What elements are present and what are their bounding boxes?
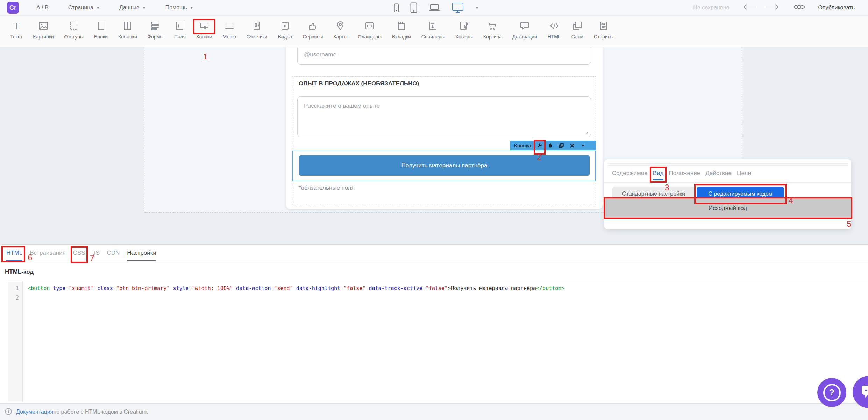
toolbar-item-hovers[interactable]: Ховеры	[450, 15, 478, 40]
toolbar-item-columns[interactable]: Колонки	[113, 15, 142, 40]
history-controls	[742, 4, 780, 12]
toolbar-item-fields[interactable]: Поля	[169, 15, 191, 40]
menu-ab-test[interactable]: А / В	[36, 5, 49, 11]
preview-eye-icon[interactable]	[793, 3, 805, 13]
tab-position[interactable]: Положение	[669, 170, 700, 179]
toolbar-item-stories[interactable]: Сторисы	[589, 15, 619, 40]
annotation-number-5: 5	[847, 220, 851, 228]
element-settings-panel: Содержимое Вид 3 Положение Действие Цели…	[604, 159, 851, 229]
documentation-line: Документация по работе с HTML-кодом в Cr…	[16, 404, 148, 420]
stories-icon	[598, 20, 610, 32]
creatium-logo[interactable]: Cr	[7, 2, 19, 14]
toolbar-item-cart[interactable]: Корзина	[478, 15, 507, 40]
publish-button[interactable]: Опубликовать	[818, 5, 855, 11]
html-code-title: HTML-код	[5, 268, 34, 275]
droplet-icon[interactable]	[547, 142, 554, 149]
toolbar-item-forms[interactable]: Формы	[142, 15, 169, 40]
required-fields-note: *обязательные поля	[299, 184, 355, 191]
experience-placeholder: Расскажите о вашем опыте	[304, 103, 591, 110]
toolbar-item-buttons[interactable]: 1 Кнопки	[191, 15, 217, 40]
phone-icon[interactable]	[394, 4, 399, 12]
experience-textarea[interactable]: Расскажите о вашем опыте	[297, 96, 591, 137]
tab-cdn[interactable]: CDN	[107, 250, 120, 261]
wrench-icon[interactable]: 2	[536, 142, 543, 149]
tab-embeds[interactable]: Встраивания	[30, 250, 65, 261]
laptop-icon[interactable]	[428, 4, 440, 12]
username-input[interactable]: @username	[297, 47, 591, 65]
main-menu: А / В Страница▼ Данные▼ Помощь▼	[36, 0, 193, 15]
source-code-button[interactable]: Исходный код 5	[605, 198, 851, 218]
toolbar-item-maps[interactable]: Карты	[328, 15, 353, 40]
menu-page[interactable]: Страница▼	[68, 5, 100, 11]
annotation-number-7: 7	[90, 254, 94, 262]
annotation-number-2: 2	[537, 153, 542, 161]
code-line[interactable]: <button type="submit" class="btn btn-pri…	[28, 284, 865, 293]
tab-html[interactable]: HTML 6	[6, 250, 22, 261]
save-status: Не сохранено	[693, 5, 729, 11]
header-right-controls: Не сохранено Опубликовать	[693, 0, 855, 15]
device-switcher: ▼	[394, 0, 479, 15]
svg-text:T: T	[13, 21, 19, 31]
menu-data[interactable]: Данные▼	[119, 5, 146, 11]
slider-icon	[364, 20, 376, 32]
toolbar-item-text[interactable]: TТекст	[5, 15, 28, 40]
close-icon[interactable]	[569, 142, 575, 149]
code-panel-tabs: HTML 6 Встраивания CSS 7 JS CDN Настройк…	[6, 250, 156, 261]
code-editor[interactable]: 12 <button type="submit" class="btn btn-…	[8, 281, 868, 402]
toolbar-item-counters[interactable]: Счетчики	[241, 15, 272, 40]
tabs-icon	[396, 20, 407, 32]
code-panel: HTML 6 Встраивания CSS 7 JS CDN Настройк…	[0, 244, 868, 403]
chevron-down-icon[interactable]	[580, 142, 586, 149]
toolbar-item-services[interactable]: Сервисы	[297, 15, 328, 40]
annotation-number-4: 4	[789, 197, 793, 205]
tablet-icon[interactable]	[410, 2, 417, 13]
hamburger-icon	[223, 20, 235, 32]
toolbar-item-blocks[interactable]: Блоки	[89, 15, 113, 40]
chevron-down-icon[interactable]: ▼	[475, 6, 479, 10]
toolbar-item-html[interactable]: HTML	[542, 15, 566, 40]
tab-css[interactable]: CSS 7	[73, 250, 85, 261]
help-button[interactable]: ?	[817, 378, 846, 407]
menu-help[interactable]: Помощь▼	[165, 5, 193, 11]
tab-view[interactable]: Вид 3	[653, 170, 664, 180]
annotation-number-1: 1	[203, 53, 208, 61]
tab-content[interactable]: Содержимое	[612, 170, 648, 179]
username-placeholder: @username	[304, 51, 591, 58]
image-icon	[37, 20, 49, 32]
speech-bubble-icon	[519, 20, 531, 32]
cart-icon	[486, 20, 498, 32]
chevron-down-icon: ▼	[96, 6, 100, 10]
submit-button-element[interactable]: Получить материалы партнёра	[299, 155, 590, 176]
tab-action[interactable]: Действие	[705, 170, 732, 179]
toolbar-item-images[interactable]: Картинки	[28, 15, 59, 40]
columns-icon	[122, 20, 134, 32]
toolbar-item-spacers[interactable]: Отступы	[59, 15, 89, 40]
chat-bubble-icon	[861, 384, 868, 400]
layers-icon	[571, 20, 583, 32]
map-pin-icon	[334, 20, 346, 32]
duplicate-icon[interactable]	[558, 142, 564, 149]
spoiler-icon	[427, 20, 439, 32]
element-toolbar-label: Кнопка	[514, 142, 531, 148]
panel-separator	[604, 182, 851, 183]
toolbar-item-tabs[interactable]: Вкладки	[387, 15, 416, 40]
toolbar-item-video[interactable]: Видео	[272, 15, 297, 40]
tab-goals[interactable]: Цели	[737, 170, 751, 179]
documentation-link[interactable]: Документация	[16, 409, 53, 415]
creatium-editor: { "header": { "logo": "Cr", "ab": "А / В…	[0, 0, 868, 420]
top-header: Cr А / В Страница▼ Данные▼ Помощь▼ ▼ Не …	[0, 0, 868, 16]
panel-top-lines	[608, 162, 848, 167]
toolbar-item-layers[interactable]: Слои	[566, 15, 589, 40]
footer-bar: i Документация по работе с HTML-кодом в …	[0, 403, 868, 420]
toolbar-item-menu[interactable]: Меню	[218, 15, 241, 40]
resize-handle-icon[interactable]	[584, 130, 588, 136]
toolbar-item-spoilers[interactable]: Спойлеры	[416, 15, 450, 40]
desktop-icon-selected[interactable]	[451, 2, 464, 13]
tab-settings[interactable]: Настройки	[127, 250, 156, 261]
chevron-down-icon: ▼	[142, 6, 146, 10]
tabbar-separator	[0, 262, 868, 262]
toolbar-item-decorations[interactable]: Декорации	[507, 15, 542, 40]
toolbar-item-sliders[interactable]: Слайдеры	[353, 15, 387, 40]
redo-arrow-icon[interactable]	[765, 4, 780, 12]
undo-arrow-icon[interactable]	[742, 4, 757, 12]
